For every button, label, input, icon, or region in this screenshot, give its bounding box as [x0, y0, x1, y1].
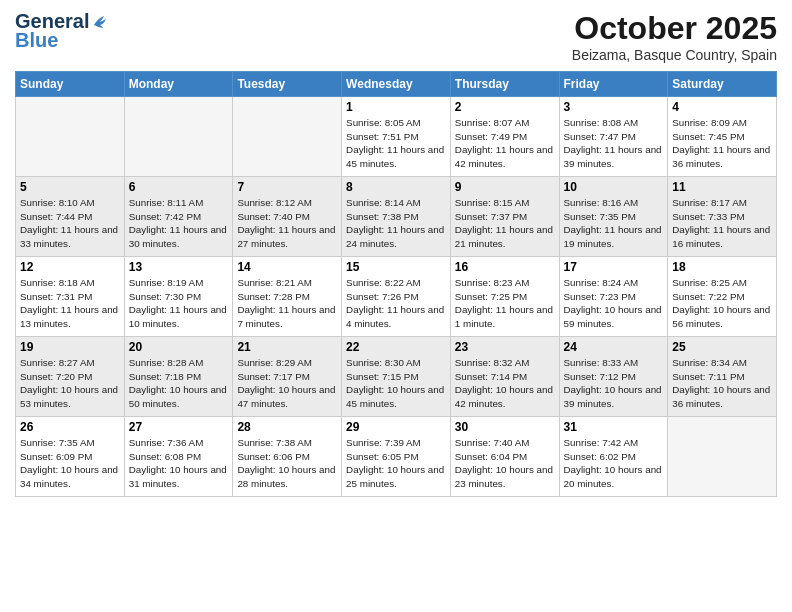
month-title: October 2025: [572, 10, 777, 47]
day-number: 24: [564, 340, 664, 354]
day-info: Sunrise: 8:27 AMSunset: 7:20 PMDaylight:…: [20, 356, 120, 411]
day-info: Sunrise: 8:23 AMSunset: 7:25 PMDaylight:…: [455, 276, 555, 331]
table-row: 6Sunrise: 8:11 AMSunset: 7:42 PMDaylight…: [124, 177, 233, 257]
day-number: 16: [455, 260, 555, 274]
location-subtitle: Beizama, Basque Country, Spain: [572, 47, 777, 63]
table-row: 23Sunrise: 8:32 AMSunset: 7:14 PMDayligh…: [450, 337, 559, 417]
calendar-table: Sunday Monday Tuesday Wednesday Thursday…: [15, 71, 777, 497]
day-info: Sunrise: 8:19 AMSunset: 7:30 PMDaylight:…: [129, 276, 229, 331]
day-number: 30: [455, 420, 555, 434]
day-info: Sunrise: 8:28 AMSunset: 7:18 PMDaylight:…: [129, 356, 229, 411]
day-info: Sunrise: 8:07 AMSunset: 7:49 PMDaylight:…: [455, 116, 555, 171]
table-row: 26Sunrise: 7:35 AMSunset: 6:09 PMDayligh…: [16, 417, 125, 497]
table-row: 9Sunrise: 8:15 AMSunset: 7:37 PMDaylight…: [450, 177, 559, 257]
day-info: Sunrise: 8:10 AMSunset: 7:44 PMDaylight:…: [20, 196, 120, 251]
table-row: 25Sunrise: 8:34 AMSunset: 7:11 PMDayligh…: [668, 337, 777, 417]
table-row: 7Sunrise: 8:12 AMSunset: 7:40 PMDaylight…: [233, 177, 342, 257]
table-row: 11Sunrise: 8:17 AMSunset: 7:33 PMDayligh…: [668, 177, 777, 257]
day-number: 26: [20, 420, 120, 434]
day-number: 14: [237, 260, 337, 274]
table-row: 13Sunrise: 8:19 AMSunset: 7:30 PMDayligh…: [124, 257, 233, 337]
calendar-week-row: 5Sunrise: 8:10 AMSunset: 7:44 PMDaylight…: [16, 177, 777, 257]
table-row: 28Sunrise: 7:38 AMSunset: 6:06 PMDayligh…: [233, 417, 342, 497]
day-number: 17: [564, 260, 664, 274]
day-info: Sunrise: 8:34 AMSunset: 7:11 PMDaylight:…: [672, 356, 772, 411]
day-info: Sunrise: 8:15 AMSunset: 7:37 PMDaylight:…: [455, 196, 555, 251]
day-info: Sunrise: 7:35 AMSunset: 6:09 PMDaylight:…: [20, 436, 120, 491]
day-number: 27: [129, 420, 229, 434]
day-info: Sunrise: 8:32 AMSunset: 7:14 PMDaylight:…: [455, 356, 555, 411]
day-number: 11: [672, 180, 772, 194]
logo-bird-icon: [91, 13, 109, 31]
table-row: 22Sunrise: 8:30 AMSunset: 7:15 PMDayligh…: [342, 337, 451, 417]
title-section: October 2025 Beizama, Basque Country, Sp…: [572, 10, 777, 63]
table-row: 31Sunrise: 7:42 AMSunset: 6:02 PMDayligh…: [559, 417, 668, 497]
day-number: 7: [237, 180, 337, 194]
day-number: 10: [564, 180, 664, 194]
day-info: Sunrise: 8:33 AMSunset: 7:12 PMDaylight:…: [564, 356, 664, 411]
day-info: Sunrise: 8:22 AMSunset: 7:26 PMDaylight:…: [346, 276, 446, 331]
day-info: Sunrise: 8:30 AMSunset: 7:15 PMDaylight:…: [346, 356, 446, 411]
day-number: 15: [346, 260, 446, 274]
table-row: 15Sunrise: 8:22 AMSunset: 7:26 PMDayligh…: [342, 257, 451, 337]
table-row: [16, 97, 125, 177]
table-row: 21Sunrise: 8:29 AMSunset: 7:17 PMDayligh…: [233, 337, 342, 417]
table-row: [668, 417, 777, 497]
day-number: 1: [346, 100, 446, 114]
table-row: 4Sunrise: 8:09 AMSunset: 7:45 PMDaylight…: [668, 97, 777, 177]
table-row: [124, 97, 233, 177]
day-number: 28: [237, 420, 337, 434]
table-row: 1Sunrise: 8:05 AMSunset: 7:51 PMDaylight…: [342, 97, 451, 177]
day-number: 22: [346, 340, 446, 354]
table-row: 12Sunrise: 8:18 AMSunset: 7:31 PMDayligh…: [16, 257, 125, 337]
table-row: [233, 97, 342, 177]
calendar-week-row: 12Sunrise: 8:18 AMSunset: 7:31 PMDayligh…: [16, 257, 777, 337]
calendar-week-row: 1Sunrise: 8:05 AMSunset: 7:51 PMDaylight…: [16, 97, 777, 177]
day-number: 6: [129, 180, 229, 194]
day-info: Sunrise: 8:17 AMSunset: 7:33 PMDaylight:…: [672, 196, 772, 251]
day-number: 4: [672, 100, 772, 114]
day-number: 29: [346, 420, 446, 434]
day-info: Sunrise: 8:05 AMSunset: 7:51 PMDaylight:…: [346, 116, 446, 171]
table-row: 24Sunrise: 8:33 AMSunset: 7:12 PMDayligh…: [559, 337, 668, 417]
day-info: Sunrise: 8:21 AMSunset: 7:28 PMDaylight:…: [237, 276, 337, 331]
header-monday: Monday: [124, 72, 233, 97]
table-row: 17Sunrise: 8:24 AMSunset: 7:23 PMDayligh…: [559, 257, 668, 337]
day-info: Sunrise: 7:39 AMSunset: 6:05 PMDaylight:…: [346, 436, 446, 491]
header-thursday: Thursday: [450, 72, 559, 97]
table-row: 27Sunrise: 7:36 AMSunset: 6:08 PMDayligh…: [124, 417, 233, 497]
day-number: 31: [564, 420, 664, 434]
day-info: Sunrise: 8:29 AMSunset: 7:17 PMDaylight:…: [237, 356, 337, 411]
day-number: 23: [455, 340, 555, 354]
day-info: Sunrise: 7:42 AMSunset: 6:02 PMDaylight:…: [564, 436, 664, 491]
day-number: 25: [672, 340, 772, 354]
calendar-week-row: 19Sunrise: 8:27 AMSunset: 7:20 PMDayligh…: [16, 337, 777, 417]
calendar-header-row: Sunday Monday Tuesday Wednesday Thursday…: [16, 72, 777, 97]
header-tuesday: Tuesday: [233, 72, 342, 97]
day-info: Sunrise: 8:25 AMSunset: 7:22 PMDaylight:…: [672, 276, 772, 331]
day-number: 8: [346, 180, 446, 194]
page: General Blue October 2025 Beizama, Basqu…: [0, 0, 792, 612]
table-row: 19Sunrise: 8:27 AMSunset: 7:20 PMDayligh…: [16, 337, 125, 417]
table-row: 2Sunrise: 8:07 AMSunset: 7:49 PMDaylight…: [450, 97, 559, 177]
day-number: 19: [20, 340, 120, 354]
day-info: Sunrise: 8:18 AMSunset: 7:31 PMDaylight:…: [20, 276, 120, 331]
table-row: 5Sunrise: 8:10 AMSunset: 7:44 PMDaylight…: [16, 177, 125, 257]
header-friday: Friday: [559, 72, 668, 97]
table-row: 8Sunrise: 8:14 AMSunset: 7:38 PMDaylight…: [342, 177, 451, 257]
table-row: 3Sunrise: 8:08 AMSunset: 7:47 PMDaylight…: [559, 97, 668, 177]
day-info: Sunrise: 7:38 AMSunset: 6:06 PMDaylight:…: [237, 436, 337, 491]
day-info: Sunrise: 8:08 AMSunset: 7:47 PMDaylight:…: [564, 116, 664, 171]
header: General Blue October 2025 Beizama, Basqu…: [15, 10, 777, 63]
day-info: Sunrise: 8:24 AMSunset: 7:23 PMDaylight:…: [564, 276, 664, 331]
header-wednesday: Wednesday: [342, 72, 451, 97]
day-number: 5: [20, 180, 120, 194]
logo: General Blue: [15, 10, 109, 52]
day-number: 12: [20, 260, 120, 274]
day-number: 18: [672, 260, 772, 274]
table-row: 10Sunrise: 8:16 AMSunset: 7:35 PMDayligh…: [559, 177, 668, 257]
header-saturday: Saturday: [668, 72, 777, 97]
table-row: 30Sunrise: 7:40 AMSunset: 6:04 PMDayligh…: [450, 417, 559, 497]
day-info: Sunrise: 8:12 AMSunset: 7:40 PMDaylight:…: [237, 196, 337, 251]
day-number: 13: [129, 260, 229, 274]
